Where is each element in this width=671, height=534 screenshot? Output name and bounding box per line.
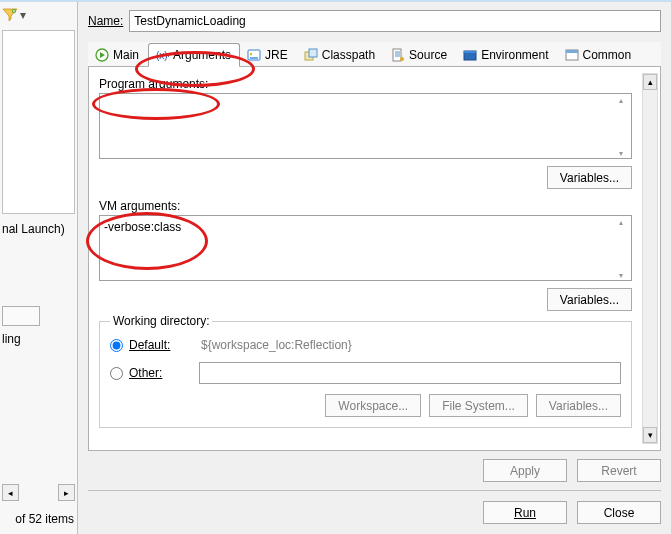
textarea-scroll-icon: ▴▾ [613, 93, 629, 162]
scroll-right-icon[interactable]: ▸ [58, 484, 75, 501]
svg-rect-11 [464, 51, 476, 53]
tab-jre[interactable]: JRE [240, 43, 297, 66]
tab-arguments[interactable]: (x)= Arguments [148, 43, 240, 67]
vm-arguments-input[interactable] [99, 215, 632, 281]
svg-rect-7 [309, 49, 317, 57]
other-directory-input[interactable] [199, 362, 621, 384]
program-variables-button[interactable]: Variables... [547, 166, 632, 189]
source-icon [391, 48, 405, 62]
filter-icon[interactable] [2, 8, 18, 22]
tab-arguments-label: Arguments [173, 48, 231, 62]
vm-variables-button[interactable]: Variables... [547, 288, 632, 311]
default-radio[interactable] [110, 339, 123, 352]
scroll-down-icon[interactable]: ▾ [643, 427, 657, 443]
workspace-button[interactable]: Workspace... [325, 394, 421, 417]
close-button[interactable]: Close [577, 501, 661, 524]
run-main-icon [95, 48, 109, 62]
config-text-2: ling [2, 332, 75, 346]
filter-status-text: of 52 items [2, 512, 74, 526]
panel-vertical-scrollbar[interactable]: ▴ ▾ [642, 73, 658, 444]
chevron-down-icon[interactable]: ▾ [20, 8, 26, 22]
common-icon [565, 48, 579, 62]
svg-rect-4 [250, 57, 258, 59]
config-tree[interactable] [2, 30, 75, 214]
name-input[interactable] [129, 10, 661, 32]
left-sidebar: ▾ nal Launch) ling ◂ ▸ of 52 items [0, 2, 78, 534]
arguments-panel: Program arguments: ▴▾ Variables... VM ar… [88, 67, 661, 451]
tab-source-label: Source [409, 48, 447, 62]
tab-strip: Main (x)= Arguments JRE Classpath [88, 42, 661, 67]
program-arguments-input[interactable] [99, 93, 632, 159]
arguments-icon: (x)= [155, 48, 169, 62]
svg-point-9 [400, 57, 404, 61]
file-system-button[interactable]: File System... [429, 394, 528, 417]
textarea-scroll-icon: ▴▾ [613, 215, 629, 284]
left-toolbar: ▾ [2, 6, 75, 24]
tab-classpath-label: Classpath [322, 48, 375, 62]
svg-rect-13 [566, 50, 578, 53]
jre-icon [247, 48, 261, 62]
tab-environment[interactable]: Environment [456, 43, 557, 66]
name-label: Name: [88, 14, 123, 28]
apply-button[interactable]: Apply [483, 459, 567, 482]
run-button[interactable]: Run [483, 501, 567, 524]
vm-arguments-label: VM arguments: [99, 199, 632, 213]
classpath-icon [304, 48, 318, 62]
tab-common[interactable]: Common [558, 43, 641, 66]
other-radio[interactable] [110, 367, 123, 380]
workdir-variables-button[interactable]: Variables... [536, 394, 621, 417]
svg-rect-8 [393, 49, 401, 61]
working-directory-group: Working directory: Default: ${workspace_… [99, 321, 632, 428]
scroll-left-icon[interactable]: ◂ [2, 484, 19, 501]
working-directory-title: Working directory: [110, 314, 212, 328]
tab-common-label: Common [583, 48, 632, 62]
other-radio-label: Other: [129, 366, 193, 380]
default-radio-label: Default: [129, 338, 193, 352]
revert-button[interactable]: Revert [577, 459, 661, 482]
svg-text:(x)=: (x)= [156, 50, 169, 61]
main-panel: Name: Main (x)= Arguments JRE [78, 2, 671, 534]
tab-main-label: Main [113, 48, 139, 62]
scroll-up-icon[interactable]: ▴ [643, 74, 657, 90]
launch-config-text: nal Launch) [2, 222, 75, 236]
tab-classpath[interactable]: Classpath [297, 43, 384, 66]
tab-main[interactable]: Main [88, 43, 148, 66]
svg-point-5 [250, 52, 252, 54]
separator [88, 490, 661, 491]
left-horizontal-scrollbar[interactable]: ◂ ▸ [2, 484, 75, 502]
tab-source[interactable]: Source [384, 43, 456, 66]
default-directory-value: ${workspace_loc:Reflection} [199, 338, 352, 352]
tab-environment-label: Environment [481, 48, 548, 62]
tab-jre-label: JRE [265, 48, 288, 62]
left-small-button[interactable] [2, 306, 40, 326]
environment-icon [463, 48, 477, 62]
program-arguments-label: Program arguments: [99, 77, 632, 91]
